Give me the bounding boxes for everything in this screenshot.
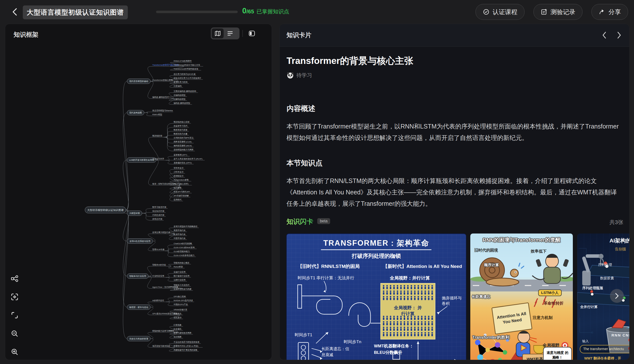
quiz-record-button[interactable]: 测验记录: [534, 4, 582, 20]
next-card-icon[interactable]: [614, 30, 625, 41]
flashcard-rnn-comic[interactable]: RNN的困境与Transformer的觉醒 旧时代的困境 效率低下 顺序计算 长…: [470, 234, 573, 360]
mindmap-node-label[interactable]: 自注意力机制与QKV向量: [174, 73, 196, 75]
mindmap-node-label[interactable]: GLM-4.5V的多模态能力: [174, 254, 194, 256]
mindmap-node-label[interactable]: 部署模式对比 (开源 vs 闭源): [174, 345, 198, 347]
graph-layout-icon[interactable]: [10, 274, 19, 283]
mindmap-canvas[interactable]: 大型语言模型初级认证知识图谱现代语言模型的基础Transformer的背景与核心…: [5, 45, 272, 360]
mindmap-node-label[interactable]: 代码生成评测: [152, 214, 164, 216]
mindmap-node-label[interactable]: 监督微调 (SFT): [174, 154, 187, 156]
focus-center-icon[interactable]: [10, 292, 19, 301]
mindmap-node-label[interactable]: 基于人类反馈的强化学习 (RLHF): [174, 158, 202, 160]
mindmap-node-label[interactable]: 惩罚参数: [173, 187, 182, 189]
mindmap-node-label[interactable]: 美国市场代表: [174, 229, 186, 232]
mindmap-node-label[interactable]: Temperature参数: [174, 179, 189, 181]
mindmap-node-label[interactable]: 行业特定应用: [152, 275, 164, 277]
carousel-next-button[interactable]: [610, 289, 624, 303]
mindmap-node-label[interactable]: 模型的能力边界与局限性: [152, 330, 174, 332]
mindmap-node-label[interactable]: ReAct框架: [174, 266, 183, 268]
mindmap-node-label[interactable]: 编码器-解码器范式: [152, 96, 169, 98]
mindmap-node-label[interactable]: 补全API与聊天API: [174, 191, 190, 193]
mindmap-node-label[interactable]: GPU核心指标: [174, 296, 186, 298]
mindmap-node-label[interactable]: 完整的编码器-解码器架构: [174, 90, 196, 92]
mindmap-node-label[interactable]: 零样本提示: [174, 167, 184, 169]
mindmap-node-label[interactable]: 综合知识评测: [152, 210, 164, 212]
list-view-button[interactable]: [224, 28, 236, 38]
mindmap-node-label[interactable]: GLM-4.5/4.6的MoE架构: [174, 246, 195, 248]
fullscreen-icon[interactable]: [10, 311, 19, 320]
mindmap-node-label[interactable]: 主流平台比较与构建: [173, 288, 192, 290]
mindmap-node-label[interactable]: 医疗健康行业应用: [174, 275, 190, 277]
cert-course-button[interactable]: 认证课程: [476, 4, 524, 20]
mindmap-node-label[interactable]: 全球大模型的不同战略路径: [174, 225, 198, 228]
collapse-panel-button[interactable]: [246, 28, 257, 39]
mindmap-node-label[interactable]: 金融行业应用: [173, 271, 186, 273]
mindmap-node-label[interactable]: 多模态评测: [152, 218, 162, 220]
mindmap-node-label[interactable]: Transformer的提出与核心主张: [174, 64, 200, 66]
mindmap-node-label[interactable]: 多头注意力机制: [174, 81, 188, 83]
mindmap-node-label[interactable]: RNN/LSTM的局限性: [174, 60, 192, 62]
card2-forget: 长距离遗忘: [472, 294, 490, 299]
mindmap-node-label[interactable]: 预训练的核心目标: [174, 121, 190, 123]
mindmap-node-label[interactable]: 因果语言建模 (CLM): [174, 141, 192, 143]
mindmap-node-label[interactable]: 智谱GLM专题: [152, 248, 164, 250]
status-avatar-icon: [286, 72, 294, 79]
mindmap-node-label[interactable]: 数据清洗与去重: [174, 133, 188, 135]
mindmap-node-label[interactable]: 思维链提示: [173, 175, 184, 177]
mindmap-node-label[interactable]: 缩放点积注意力公式与缩放因子: [174, 77, 201, 79]
mindmap-node-label[interactable]: 智能体的核心概念: [174, 262, 190, 264]
mindmap-node-label[interactable]: 直接偏好优化 (DPO): [174, 162, 192, 164]
mindmap-node-label[interactable]: Transformer的核心机制: [152, 79, 173, 81]
share-button[interactable]: 分享: [592, 4, 628, 20]
mindmap-node-label[interactable]: 基础模型的能力与局限: [174, 148, 194, 151]
zoom-out-icon[interactable]: [10, 329, 19, 338]
mindmap-node-label[interactable]: 智能体工作流范式: [174, 284, 190, 286]
mindmap-node-label[interactable]: 全球主要大模型代表: [152, 231, 170, 234]
mindmap-node-label[interactable]: Top-P (核心采样): [174, 183, 189, 185]
prev-card-icon[interactable]: [598, 30, 610, 41]
mindmap-node-label[interactable]: 位置编码: [174, 85, 182, 87]
mindmap-node-label[interactable]: ChatGLM的开源战略: [174, 242, 192, 245]
mindmap-node-label[interactable]: AI的硬件基石: [152, 299, 164, 302]
mindmap-node-label[interactable]: 知识截断: [174, 336, 182, 338]
mindmap-node-label[interactable]: RWKV模型: [152, 114, 162, 116]
map-view-button[interactable]: [212, 28, 224, 38]
document-title[interactable]: 大型语言模型初级认证知识图谱: [23, 6, 128, 19]
mindmap-node-label[interactable]: 掩码语言建模 (MLM): [174, 144, 192, 147]
mindmap-node-label[interactable]: VRAM存储计算: [174, 308, 187, 311]
mindmap-node-label[interactable]: 专业化与对齐: [152, 158, 164, 160]
mindmap-node-label[interactable]: 幻觉现象: [174, 324, 182, 326]
back-icon[interactable]: [10, 7, 20, 17]
mindmap-node-label[interactable]: 数学与逻辑推理局限: [174, 332, 192, 334]
mindmap-node-label[interactable]: 欧洲市场代表: [174, 233, 186, 236]
mindmap-node-label[interactable]: 数学与推理评测: [152, 206, 166, 208]
mindmap-node-label[interactable]: NVIDIA GPU型号演进: [174, 299, 193, 302]
mindmap-node-label[interactable]: 数据来源与质量: [174, 129, 188, 131]
status-row: 待学习: [286, 72, 312, 79]
mindmap-node-label[interactable]: API关键字段讲解: [174, 195, 189, 197]
mindmap-node-label[interactable]: GLM的智能体能力: [174, 250, 190, 252]
mindmap-node-label[interactable]: 推理：控制与优化模型输出: [152, 183, 176, 185]
card1-old-era: 【旧时代】RNN/LSTM的困局: [298, 263, 360, 270]
mindmap-node-label[interactable]: 构建稳健可扩展应用的策略: [174, 349, 198, 351]
mindmap-node-label[interactable]: 自监督学习范式: [174, 125, 188, 127]
mindmap-node-label[interactable]: 法律行业应用: [174, 279, 186, 281]
mindmap-node-label[interactable]: 分词的目的与BPE算法: [174, 137, 194, 139]
mindmap-node-label[interactable]: 智能体AI的兴起: [152, 264, 166, 266]
mindmap-node-label[interactable]: 模型量化: [174, 312, 182, 315]
mindmap-node-label[interactable]: 应用模式: [174, 198, 182, 201]
mindmap-node-label[interactable]: 仅解码器模型: [174, 98, 186, 100]
mindmap-node-label[interactable]: 状态空间模型与Mamba: [152, 110, 173, 112]
mindmap-node-label[interactable]: 编码器-解码器模型: [174, 102, 190, 104]
mindmap-node-label[interactable]: 中国的GPU产品: [174, 303, 188, 306]
mindmap-node-label[interactable]: 社会偏见: [173, 328, 182, 330]
mindmap-node-label[interactable]: Transformer的早期性能表现: [174, 68, 198, 70]
flashcard-transformer-blueprint[interactable]: 全局视野： 并行计算 TRANSFORMER：架构革命 打破序列处理的枷锁 【旧…: [286, 234, 466, 360]
mindmap-node-label[interactable]: 仅编码器模型: [174, 94, 186, 96]
mindmap-node-label[interactable]: 少样本提示: [174, 171, 184, 173]
mindmap-node-label[interactable]: 优化显存: [174, 316, 182, 319]
mindmap-node-label[interactable]: 场景选型与最佳实践: [152, 345, 170, 347]
mindmap-node-label[interactable]: 不适合的场景与模型选择标准: [174, 341, 199, 343]
mindmap-node-label[interactable]: 预训练阶段: [152, 135, 162, 137]
mindmap-node-label[interactable]: 中国市场代表: [174, 237, 186, 240]
zoom-in-icon[interactable]: [10, 348, 19, 356]
